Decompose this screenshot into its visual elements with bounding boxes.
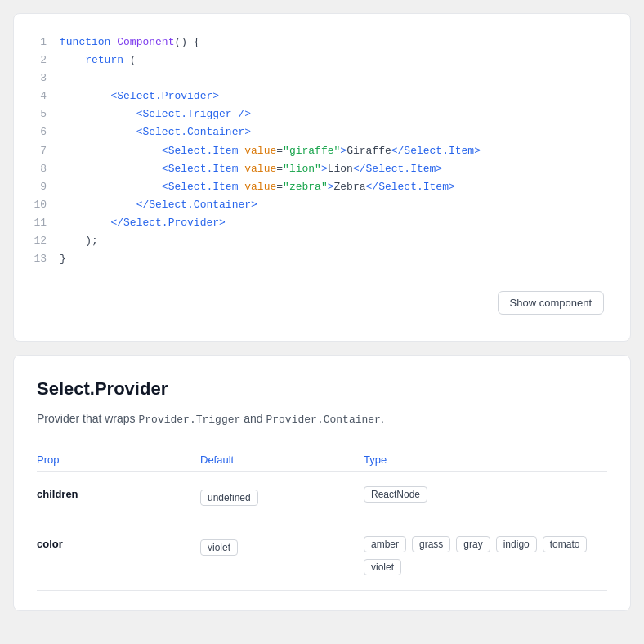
code-line: <Select.Item value="zebra">Zebra</Select… [60, 178, 610, 196]
code-line: </Select.Container> [60, 196, 610, 214]
default-badge: violet [200, 539, 238, 556]
code-line: ); [60, 232, 610, 250]
prop-header-prop: Prop [37, 454, 200, 466]
code-line: return ( [60, 51, 610, 69]
code-line: <Select.Container> [60, 123, 610, 141]
prop-header-default: Default [200, 454, 364, 466]
code-line: <Select.Provider> [60, 87, 610, 105]
type-badge: ReactNode [364, 486, 427, 503]
line-number: 5 [34, 105, 60, 123]
type-badge: amber [364, 536, 406, 552]
code-card: 1function Component() {2 return (3 4 <Se… [13, 13, 631, 342]
prop-default-cell: violet [200, 534, 364, 557]
line-number: 6 [34, 123, 60, 141]
line-number: 10 [34, 196, 60, 214]
line-number: 13 [34, 250, 60, 268]
type-badge: indigo [496, 536, 537, 552]
line-number: 9 [34, 178, 60, 196]
prop-default-cell: undefined [200, 485, 364, 508]
code-line: <Select.Item value="lion">Lion</Select.I… [60, 160, 610, 178]
default-badge: undefined [200, 490, 258, 506]
line-number: 12 [34, 232, 60, 250]
prop-name-cell: children [37, 485, 200, 500]
docs-title: Select.Provider [37, 378, 607, 400]
code-line [60, 69, 610, 87]
prop-types-cell: ambergrassgrayindigotomatoviolet [364, 534, 607, 577]
code-table: 1function Component() {2 return (3 4 <Se… [34, 34, 610, 268]
type-badge: tomato [543, 536, 588, 552]
line-number: 2 [34, 51, 60, 69]
code-line: <Select.Trigger /> [60, 105, 610, 123]
type-badge: grass [412, 536, 450, 552]
prop-name-cell: color [37, 534, 200, 550]
code-block: 1function Component() {2 return (3 4 <Se… [14, 14, 630, 281]
code-line: <Select.Item value="giraffe">Giraffe</Se… [60, 142, 610, 160]
prop-row: colorvioletambergrassgrayindigotomatovio… [37, 521, 607, 591]
docs-block: Select.Provider Provider that wraps Prov… [14, 356, 630, 610]
code-line: } [60, 250, 610, 268]
code-line: </Select.Provider> [60, 214, 610, 232]
show-component-button[interactable]: Show component [498, 291, 604, 315]
line-number: 7 [34, 142, 60, 160]
prop-types-cell: ReactNode [364, 485, 607, 504]
prop-header-type: Type [364, 454, 607, 466]
type-badge: violet [364, 559, 401, 575]
type-badge: gray [456, 536, 490, 552]
props-rows: childrenundefinedReactNodecolorvioletamb… [37, 472, 607, 591]
docs-description: Provider that wraps Provider.Trigger and… [37, 409, 607, 429]
code-line: function Component() { [60, 34, 610, 51]
line-number: 11 [34, 214, 60, 232]
line-number: 3 [34, 69, 60, 87]
line-number: 4 [34, 87, 60, 105]
props-header: Prop Default Type [37, 449, 607, 472]
line-number: 1 [34, 34, 60, 51]
line-number: 8 [34, 160, 60, 178]
prop-row: childrenundefinedReactNode [37, 472, 607, 521]
docs-card: Select.Provider Provider that wraps Prov… [13, 355, 631, 611]
